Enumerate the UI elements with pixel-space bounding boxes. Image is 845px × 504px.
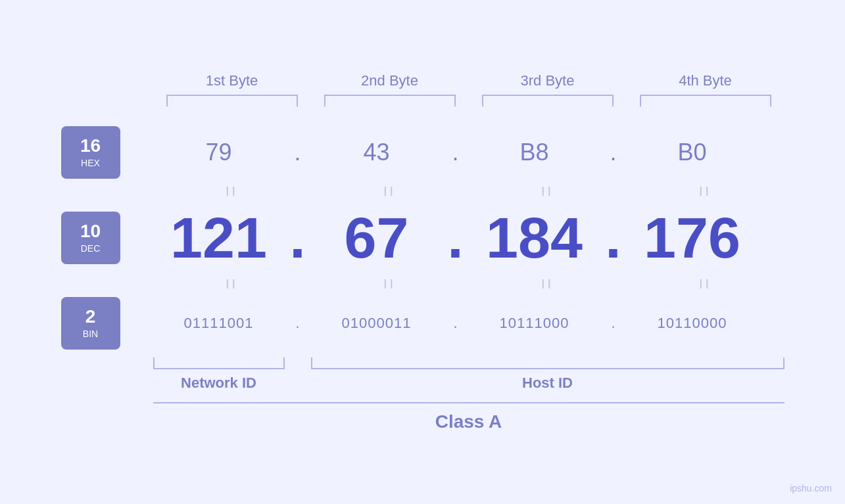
dec-byte-4: 176 [627, 204, 758, 271]
bin-badge-label: BIN [83, 329, 98, 339]
dec-dot-3: . [600, 204, 627, 271]
class-line [153, 402, 785, 403]
bin-dot-3: . [600, 315, 627, 332]
top-brackets [153, 95, 785, 106]
bin-dot-1: . [285, 315, 311, 332]
equals-2-2: II [324, 277, 456, 292]
host-bracket [311, 357, 785, 369]
dec-dot-1: . [285, 204, 311, 271]
class-label: Class A [153, 409, 785, 432]
class-section: Class A [153, 402, 785, 432]
bin-byte-1: 01111001 [153, 315, 285, 332]
hex-badge-number: 16 [80, 137, 101, 155]
equals-row-2: II II II II [153, 277, 785, 292]
bottom-brackets [153, 357, 785, 369]
byte-header-4: 4th Byte [640, 72, 771, 89]
dec-badge-label: DEC [81, 243, 101, 254]
bin-byte-3: 10111000 [469, 315, 600, 332]
host-id-label: Host ID [311, 375, 785, 392]
main-container: 1st Byte 2nd Byte 3rd Byte 4th Byte 16 H… [61, 72, 785, 432]
top-bracket-3 [482, 95, 614, 106]
bottom-section: Network ID Host ID [153, 357, 785, 392]
network-id-label: Network ID [153, 375, 285, 392]
dec-byte-1: 121 [153, 204, 285, 271]
hex-byte-4: B0 [627, 139, 758, 166]
footer-text: ipshu.com [790, 483, 832, 493]
equals-2-4: II [640, 277, 771, 292]
byte-headers: 1st Byte 2nd Byte 3rd Byte 4th Byte [153, 72, 785, 89]
dec-row: 10 DEC 121 . 67 . 184 . 176 [61, 204, 785, 271]
dec-values: 121 . 67 . 184 . 176 [153, 204, 785, 271]
dec-byte-2: 67 [311, 204, 443, 271]
equals-1-1: II [166, 184, 298, 199]
equals-2-3: II [482, 277, 614, 292]
hex-dot-1: . [285, 139, 311, 166]
equals-1-2: II [324, 184, 456, 199]
dec-badge-number: 10 [80, 222, 101, 241]
equals-row-1: II II II II [153, 184, 785, 199]
bin-values: 01111001 . 01000011 . 10111000 . 1011000… [153, 315, 785, 332]
equals-2-1: II [166, 277, 298, 292]
hex-badge-label: HEX [81, 158, 100, 168]
byte-header-1: 1st Byte [166, 72, 298, 89]
top-bracket-2 [324, 95, 456, 106]
network-bracket [153, 357, 285, 369]
hex-badge: 16 HEX [61, 126, 120, 179]
bin-row: 2 BIN 01111001 . 01000011 . 10111000 . 1… [61, 297, 785, 350]
byte-header-2: 2nd Byte [324, 72, 456, 89]
hex-byte-1: 79 [153, 139, 285, 166]
equals-1-3: II [482, 184, 614, 199]
hex-row: 16 HEX 79 . 43 . B8 . B0 [61, 126, 785, 179]
bin-byte-2: 01000011 [311, 315, 443, 332]
top-bracket-4 [640, 95, 771, 106]
bin-dot-2: . [443, 315, 469, 332]
hex-values: 79 . 43 . B8 . B0 [153, 139, 785, 166]
hex-byte-3: B8 [469, 139, 600, 166]
dec-dot-2: . [443, 204, 469, 271]
bin-badge-number: 2 [85, 308, 96, 326]
bottom-labels: Network ID Host ID [153, 375, 785, 392]
dec-badge: 10 DEC [61, 212, 120, 264]
hex-dot-3: . [600, 139, 627, 166]
hex-dot-2: . [443, 139, 469, 166]
equals-1-4: II [640, 184, 771, 199]
byte-header-3: 3rd Byte [482, 72, 614, 89]
bin-badge: 2 BIN [61, 297, 120, 350]
bin-byte-4: 10110000 [627, 315, 758, 332]
top-bracket-1 [166, 95, 298, 106]
hex-byte-2: 43 [311, 139, 443, 166]
dec-byte-3: 184 [469, 204, 600, 271]
